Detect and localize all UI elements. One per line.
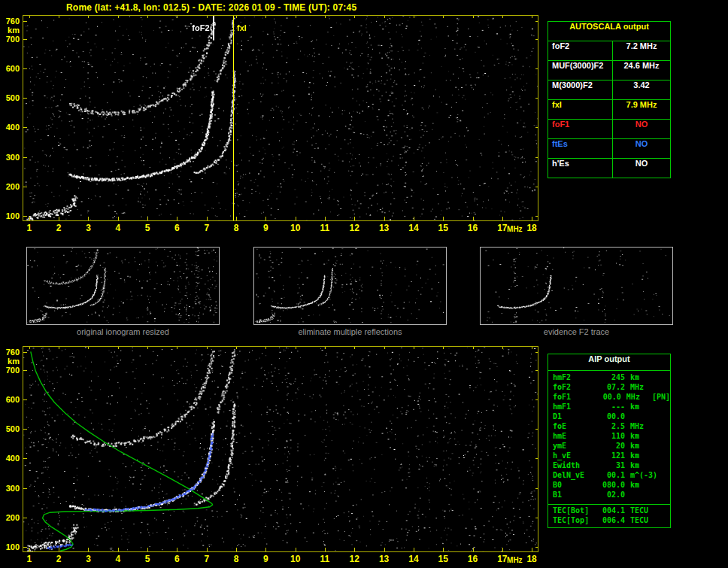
x-tick-label: 6: [168, 554, 186, 564]
aip-value: 31: [598, 461, 625, 471]
aip-extra: [657, 402, 670, 412]
top-ionogram-panel: 760km70060050040030020010012345678910111…: [23, 15, 538, 221]
aip-extra: [657, 471, 670, 481]
aip-row: hmF1---km: [548, 402, 670, 412]
y-tick-label: 200: [6, 513, 20, 522]
aip-unit: [625, 412, 657, 422]
aip-name: B0: [548, 481, 598, 491]
aip-extra: [657, 491, 670, 500]
autoscala-output-table: AUTOSCALA output foF27.2 MHzMUF(3000)F22…: [548, 21, 671, 178]
aip-extra: [PN]: [652, 393, 670, 402]
aip-unit: MHz: [625, 422, 657, 432]
aip-value: 00.1: [598, 471, 625, 481]
aip-value: ---: [598, 402, 625, 412]
bottom-ionogram-panel: 760km70060050040030020010012345678910111…: [23, 346, 538, 552]
x-tick-label: 14: [405, 554, 423, 564]
x-tick-label: 18: [523, 223, 541, 233]
aip-value: 02.0: [598, 491, 625, 500]
y-tick-label: 200: [6, 182, 20, 191]
aip-row: ymE20km: [548, 442, 670, 451]
aip-extra: [657, 481, 670, 491]
aip-unit: TECU: [625, 506, 657, 516]
aip-value: 110: [598, 432, 625, 442]
bottom-ionogram-canvas: [23, 347, 538, 551]
thumb-evidence-canvas: [481, 248, 671, 323]
aip-extra: [657, 373, 670, 383]
page-title: Rome (lat: +41.8, lon: 012.5) - DATE: 20…: [66, 2, 356, 13]
aip-row: B102.0: [548, 491, 670, 500]
aip-unit: km: [625, 481, 657, 491]
autoscala-row: M(3000)F23.42: [548, 80, 670, 100]
aip-name: TEC[Top]: [548, 516, 598, 526]
thumb-original-canvas: [27, 248, 217, 323]
autoscala-param-value: NO: [613, 139, 670, 158]
aip-unit: [625, 491, 657, 500]
y-tick-label: 100: [6, 542, 20, 551]
aip-name: D1: [548, 412, 598, 422]
aip-row: hmF2245km: [548, 373, 670, 383]
top-ionogram-canvas: [23, 16, 538, 220]
x-tick-label: 7: [198, 554, 216, 564]
autoscala-row: h'EsNO: [548, 159, 670, 178]
autoscala-param-value: 7.2 MHz: [613, 41, 670, 60]
aip-value: 245: [598, 373, 625, 383]
autoscala-param-value: 7.9 MHz: [613, 100, 670, 119]
aip-value: 080.0: [598, 481, 625, 491]
aip-row: foE2.5MHz: [548, 422, 670, 432]
thumb-caption-original: original ionogram resized: [27, 327, 219, 336]
y-tick-label: 760: [6, 17, 20, 26]
x-tick-label: 15: [434, 554, 452, 564]
aip-name: foF2: [548, 383, 598, 393]
x-tick-label: 5: [138, 554, 156, 564]
aip-unit: km: [625, 373, 657, 383]
autoscala-row: ftEsNO: [548, 139, 670, 159]
autoscala-param-label: h'Es: [548, 159, 613, 178]
x-tick-label: 8: [227, 554, 245, 564]
x-tick-label: 11: [316, 554, 334, 564]
aip-extra: [657, 432, 670, 442]
x-tick-label: 16: [464, 223, 482, 233]
aip-unit: km: [625, 461, 657, 471]
x-tick-label: 1: [20, 554, 38, 564]
x-tick-label: 12: [345, 223, 363, 233]
y-axis-unit: km: [8, 357, 20, 366]
autoscala-param-value: 3.42: [613, 80, 670, 99]
y-tick-label: 100: [6, 211, 20, 220]
aip-value: 20: [598, 442, 625, 451]
autoscala-param-label: foF1: [548, 120, 613, 138]
x-tick-label: 9: [256, 554, 275, 564]
autoscala-param-label: M(3000)F2: [548, 80, 613, 99]
aip-name: Ewidth: [548, 461, 598, 471]
aip-extra: [657, 383, 670, 393]
aip-value: 006.4: [598, 516, 625, 526]
autoscala-row: fxI7.9 MHz: [548, 100, 670, 120]
aip-row: foF100.0MHz[PN]: [548, 393, 670, 402]
aip-unit: MHz: [621, 393, 652, 402]
aip-value: 07.2: [598, 383, 625, 393]
y-axis-unit: km: [8, 26, 20, 35]
x-tick-label: 13: [375, 223, 393, 233]
aip-extra: [657, 442, 670, 451]
y-tick-label: 500: [6, 424, 20, 433]
aip-value: 2.5: [598, 422, 625, 432]
y-tick-label: 300: [6, 484, 20, 493]
aip-name: TEC[Bot]: [548, 506, 598, 516]
y-tick-label: 600: [6, 64, 20, 73]
y-tick-label: 300: [6, 153, 20, 162]
aip-name: B1: [548, 491, 598, 500]
aip-table-tec-rows: TEC[Bot]004.1TECUTEC[Top]006.4TECU: [548, 504, 670, 527]
aip-unit: km: [625, 451, 657, 461]
aip-name: hmF1: [548, 402, 598, 412]
autoscala-table-title: AUTOSCALA output: [548, 22, 670, 41]
y-tick-label: 400: [6, 454, 20, 463]
x-tick-label: 4: [109, 554, 127, 564]
x-tick-label: 8: [227, 223, 245, 233]
aip-row: Ewidth31km: [548, 461, 670, 471]
aip-row: hmE110km: [548, 432, 670, 442]
autoscala-param-value: NO: [613, 120, 670, 138]
x-tick-label: 7: [198, 223, 216, 233]
aip-value: 00.0: [596, 393, 621, 402]
thumb-original-ionogram: original ionogram resized: [26, 247, 220, 325]
y-tick-label: 700: [6, 35, 20, 44]
x-tick-label: 3: [79, 554, 97, 564]
